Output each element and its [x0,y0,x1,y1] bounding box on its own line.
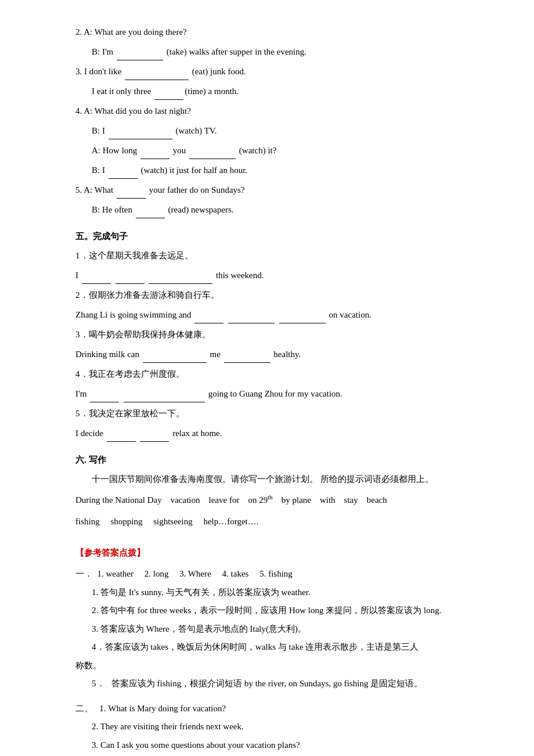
q3-b: I eat it only three (time) a month. [75,82,488,100]
answer-1-exp5: 5． 答案应该为 fishing，根据介词短语 by the river, on… [75,675,488,692]
s5-q5-english: I decide relax at home. [75,424,488,442]
answer-2-label: 二、 1. What is Mary doing for vacation? [75,700,488,717]
s5-q2-english: Zhang Li is going swimming and on vacati… [75,306,488,323]
q4-d-text: B: I (watch) it just for half an hour. [92,165,247,175]
blank-q4c1 [140,159,169,159]
q4-d: B: I (watch) it just for half an hour. [75,161,488,179]
blank-s5q2a [194,323,223,323]
answer-section: 【参考答案点拨】 一． 1. weather 2. long 3. Where … [75,545,488,756]
answer-1-exp4: 4．答案应该为 takes，晚饭后为休闲时间，walks 与 take 连用表示… [75,639,488,656]
q4-a-text: 4. A: What did you do last night? [75,106,191,116]
blank-s5q5a [107,441,136,442]
q4-a: 4. A: What did you do last night? [75,102,488,120]
q2-a-text: 2. A: What are you doing there? [75,27,187,37]
blank-s5q1a [82,283,111,284]
q4-c: A: How long you (watch) it? [75,142,488,159]
section6-desc: 十一国庆节期间你准备去海南度假。请你写一个旅游计划。 所给的提示词语必须都用上。 [75,470,488,488]
q3-b-text: I eat it only three (time) a month. [92,87,239,96]
q4-b-text: B: I (watch) TV. [92,126,217,135]
answer-block-2: 二、 1. What is Mary doing for vacation? 2… [75,700,488,757]
q5-b: B: He often (read) newspapers. [75,201,488,218]
blank-q3b [154,99,183,100]
s5-q3-english: Drinking milk can me healthy. [75,345,488,363]
answer-2-item3: 3. Can I ask you some questions about yo… [75,737,488,754]
s5-q1-chinese: 1．这个星期天我准备去远足。 [75,247,488,264]
s5-q4-chinese: 4．我正在考虑去广州度假。 [75,365,488,383]
blank-q4b [109,139,172,139]
blank-q4d [109,178,138,179]
answer-title: 【参考答案点拨】 [75,545,488,561]
s5-q1-english: I this weekend. [75,267,488,284]
blank-q2 [117,60,163,60]
q4-b: B: I (watch) TV. [75,122,488,139]
section6-desc-text: 十一国庆节期间你准备去海南度假。请你写一个旅游计划。 所给的提示词语必须都用上。 [75,474,434,484]
q2-b-text: B: I'm (take) walks after supper in the … [92,47,306,56]
blank-q3a [125,80,189,80]
s5-q5-chinese: 5．我决定在家里放松一下。 [75,405,488,422]
blank-s5q4a [90,402,119,402]
answer-2-item2: 2. They are visiting their friends next … [75,718,488,735]
section-5: 五。完成句子 1．这个星期天我准备去远足。 I this weekend. 2．… [75,229,488,442]
writing-words-1: During the National Day vacation leave f… [75,490,488,510]
q2-a: 2. A: What are you doing there? [75,23,488,41]
blank-s5q2b [228,323,275,323]
section5-title: 五。完成句子 [75,229,488,244]
answer-block-1: 一． 1. weather 2. long 3. Where 4. takes … [75,566,488,692]
blank-s5q2c [279,323,326,323]
q5-a: 5. A: What your father do on Sundays? [75,181,488,199]
answer-1-header: 一． 1. weather 2. long 3. Where 4. takes … [75,566,488,582]
blank-q5b [136,218,165,218]
answer-1-exp4b: 称数。 [75,657,488,674]
answer-1-exp3: 3. 答案应该为 Where，答句是表示地点的 Italy(意大利)。 [75,621,488,638]
q5-b-text: B: He often (read) newspapers. [92,205,234,214]
blank-s5q4b [124,402,205,402]
section6-title: 六. 写作 [75,452,488,468]
q2-b: B: I'm (take) walks after supper in the … [75,43,488,60]
s5-q3-chinese: 3．喝牛奶会帮助我保持身体健康。 [75,326,488,343]
blank-q5a [117,198,146,199]
q3-a: 3. I don't like (eat) junk food. [75,63,488,80]
answer-1-exp2: 2. 答句中有 for three weeks，表示一段时间，应该用 How l… [75,602,488,619]
blank-s5q3a [143,362,207,363]
exercise-fill-blank: 2. A: What are you doing there? B: I'm (… [75,23,488,218]
section-6: 六. 写作 十一国庆节期间你准备去海南度假。请你写一个旅游计划。 所给的提示词语… [75,452,488,531]
answer-1-exp1: 1. 答句是 It's sunny. 与天气有关，所以答案应该为 weather… [75,584,488,601]
blank-s5q1b [116,283,145,284]
q5-a-text: 5. A: What your father do on Sundays? [75,185,245,195]
blank-s5q5b [140,441,169,442]
q4-c-text: A: How long you (watch) it? [92,146,276,155]
s5-q2-chinese: 2．假期张力准备去游泳和骑自行车。 [75,286,488,304]
blank-q4c2 [189,159,236,159]
blank-s5q3b [224,362,270,363]
blank-s5q1c [149,283,212,284]
s5-q4-english: I'm going to Guang Zhou for my vacation. [75,385,488,402]
q3-a-text: 3. I don't like (eat) junk food. [75,67,246,76]
writing-words-2: fishing shopping sightseeing help…forget… [75,512,488,531]
